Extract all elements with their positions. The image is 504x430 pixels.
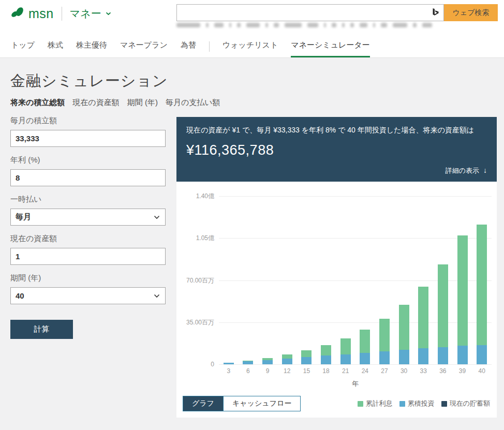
nav-item-money-simulator[interactable]: マネーシミュレーター [291, 40, 369, 57]
logo-divider [62, 7, 62, 21]
tab-graph[interactable]: グラフ [183, 396, 223, 411]
redacted-text [332, 23, 336, 27]
simulator-form-column: 金融シミュレーション 将来の積立総額 現在の資産額 期間 (年) 毎月の支払い額… [10, 58, 176, 418]
stacked-bar-year-21[interactable] [340, 196, 351, 364]
stacked-bar-year-30[interactable] [399, 196, 409, 364]
redacted-text [350, 23, 354, 27]
stacked-bar-year-40[interactable] [477, 196, 487, 364]
nav-item-stocks[interactable]: 株式 [48, 40, 63, 57]
monthly-deposit-label: 毎月の積立額 [10, 116, 166, 126]
current-assets-input[interactable] [10, 248, 166, 265]
x-tick-label: 39 [453, 367, 472, 375]
redacted-text [342, 23, 345, 27]
bar-slot [394, 196, 414, 364]
stacked-bar-year-33[interactable] [418, 196, 428, 364]
stacked-bar-year-39[interactable] [457, 196, 468, 364]
period-years-value: 40 [16, 291, 24, 300]
x-tick-label: 9 [258, 367, 277, 375]
search-box [176, 4, 444, 21]
subtab-period[interactable]: 期間 (年) [127, 98, 158, 108]
main-nav: トップ 株式 株主優待 マネープラン 為替 ウォッチリスト マネーシミュレーター [11, 40, 370, 57]
savings-swatch [441, 401, 447, 407]
result-panel: 現在の資産が ¥1 で、毎月 ¥33,333 を年利 8% で 40 年間投資し… [176, 117, 497, 182]
chevron-down-icon [154, 215, 160, 219]
redacted-text [422, 23, 432, 27]
monthly-deposit-input[interactable] [10, 130, 166, 147]
x-tick-label: 24 [355, 367, 375, 375]
site-header: msn マネー ウェブ検索 トップ 株式 株主優待 マネープラン 為替 ウォッチ… [0, 0, 504, 58]
redacted-text [246, 23, 260, 27]
bar-segment [282, 354, 292, 358]
bar-slot [258, 196, 277, 364]
bar-segment [301, 350, 312, 357]
channel-menu-button[interactable]: マネー [70, 7, 111, 21]
stacked-bar-year-3[interactable] [224, 196, 234, 364]
nav-divider [209, 41, 210, 52]
stacked-bar-year-12[interactable] [282, 196, 292, 364]
web-search-button[interactable]: ウェブ検索 [444, 4, 498, 21]
show-details-link[interactable]: 詳細の表示↓ [186, 166, 487, 175]
stacked-bar-year-36[interactable] [438, 196, 448, 364]
redacted-text [373, 23, 375, 27]
nav-item-top[interactable]: トップ [11, 40, 35, 57]
payment-frequency-value: 毎月 [16, 212, 31, 222]
chevron-down-icon [154, 294, 160, 298]
annual-rate-label: 年利 (%) [10, 155, 166, 165]
bar-segment [457, 346, 468, 364]
investment-swatch [399, 401, 405, 407]
bar-segment [340, 354, 351, 365]
bars-layer [219, 196, 492, 364]
nav-item-shareholder-benefits[interactable]: 株主優待 [76, 40, 107, 57]
redacted-links-row [176, 23, 504, 27]
x-tick-label: 30 [394, 367, 414, 375]
search-input[interactable] [176, 4, 444, 21]
bing-icon [432, 8, 439, 19]
current-assets-label: 現在の資産額 [10, 234, 166, 244]
bar-segment [301, 357, 312, 364]
payment-frequency-select[interactable]: 毎月 [10, 209, 166, 226]
subtab-current-assets[interactable]: 現在の資産額 [72, 98, 119, 108]
legend-label: 累積投資 [408, 399, 435, 408]
msn-butterfly-icon[interactable] [10, 6, 25, 22]
bar-segment [457, 235, 468, 345]
period-years-select[interactable]: 40 [10, 287, 166, 304]
msn-money-simulator-page: { "colors": { "brand_green": "#0f8040", … [0, 0, 504, 430]
bar-segment [399, 305, 409, 350]
bar-segment [340, 338, 351, 354]
current-assets-field: 現在の資産額 [10, 234, 166, 265]
chart-legend: 累計利息 累積投資 現在の貯蓄額 [358, 399, 490, 408]
bar-segment [477, 345, 487, 364]
redacted-text [324, 23, 326, 27]
stacked-bar-year-6[interactable] [243, 196, 253, 364]
nav-item-forex[interactable]: 為替 [181, 40, 196, 57]
gridline [219, 364, 492, 365]
stacked-bar-year-9[interactable] [262, 196, 273, 364]
page-title: 金融シミュレーション [10, 71, 166, 92]
redacted-text [381, 23, 387, 27]
legend-label: 累計利息 [366, 399, 393, 408]
y-tick-label: 1.05億 [196, 234, 214, 243]
stacked-bar-year-15[interactable] [301, 196, 312, 364]
x-tick-label: 21 [336, 367, 355, 375]
logo-row: msn マネー [10, 6, 111, 22]
chart-y-axis: 1.40億1.05億70.00百万35.00百万0 [183, 196, 219, 364]
x-tick-label: 6 [239, 367, 258, 375]
msn-logo-text[interactable]: msn [28, 6, 54, 21]
legend-item-savings: 現在の貯蓄額 [441, 399, 490, 408]
simulation-mode-tabs: 将来の積立総額 現在の資産額 期間 (年) 毎月の支払い額 [10, 98, 166, 108]
stacked-bar-year-27[interactable] [379, 196, 390, 364]
calculate-button[interactable]: 計算 [10, 320, 73, 339]
tab-cashflow[interactable]: キャッシュフロー [223, 396, 300, 411]
nav-item-watchlist[interactable]: ウォッチリスト [223, 40, 278, 57]
chart-view-tabs: グラフ キャッシュフロー [183, 396, 301, 411]
annual-rate-input[interactable] [10, 169, 166, 186]
y-tick-label: 0 [211, 361, 214, 368]
bar-segment [418, 348, 428, 364]
bar-segment [438, 264, 448, 347]
bar-slot [453, 196, 472, 364]
nav-item-money-plan[interactable]: マネープラン [120, 40, 168, 57]
redacted-text [393, 23, 407, 27]
stacked-bar-year-18[interactable] [321, 196, 331, 364]
stacked-bar-year-24[interactable] [360, 196, 370, 364]
subtab-future-total[interactable]: 将来の積立総額 [10, 98, 65, 108]
